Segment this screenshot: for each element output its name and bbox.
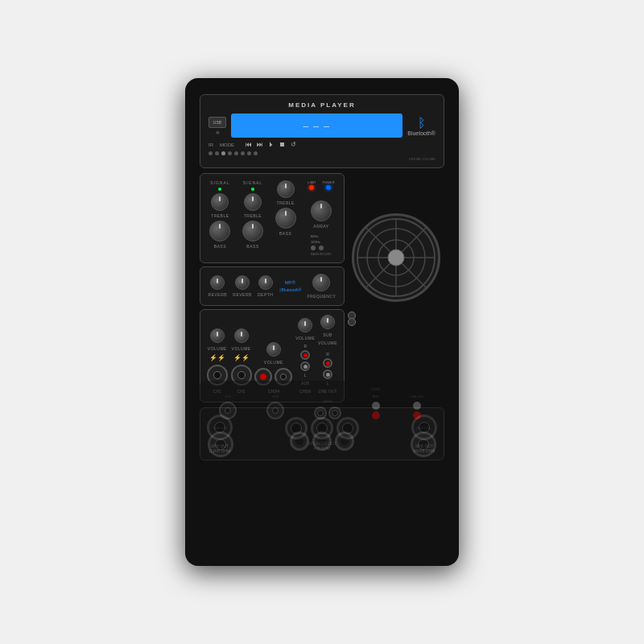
mirror-lineout-r <box>413 411 421 419</box>
signal-label-ch1: SIGNAL <box>210 180 229 185</box>
signal-label-ch2: SIGNAL <box>243 180 262 185</box>
bass-label-ch2: BASS <box>246 244 258 249</box>
depth-label: DEPTH <box>258 292 273 297</box>
array-knob[interactable] <box>311 200 332 221</box>
lcd-display: — — — <box>231 114 402 138</box>
fan-svg <box>354 216 438 299</box>
vol-knob-ch56[interactable] <box>298 318 312 332</box>
lineout-l[interactable] <box>323 369 332 379</box>
svg-point-7 <box>388 250 404 266</box>
mirror-spk-r <box>411 431 436 457</box>
reverb-label-ch1: REVERB <box>208 292 228 297</box>
treble-section: SIGNAL TREBLE BASS SIGNAL TREBLE <box>200 173 345 263</box>
reverb-knob-ch2[interactable] <box>235 275 250 290</box>
mirror-spk-l <box>208 431 233 457</box>
sub-vol-label: SUB <box>323 332 332 337</box>
ch2-treble-channel: SIGNAL TREBLE BASS <box>242 180 263 256</box>
mirror-spk-c1 <box>290 432 309 452</box>
bass-knob-ch1[interactable] <box>209 221 230 242</box>
phantom-icon-2: ⚡⚡ <box>233 354 250 361</box>
play-button[interactable]: ⏵ <box>268 141 275 148</box>
bass-switch-1[interactable] <box>311 246 316 250</box>
mirror-section: SPK OUT SPK OUT CH1 CH2 <box>200 381 444 465</box>
treble-label-ch2: TREBLE <box>244 213 262 218</box>
repeat-button[interactable]: ↺ <box>291 141 296 148</box>
mirror-lineout-l <box>413 402 421 410</box>
signal-led-ch2 <box>251 188 254 191</box>
mode-label: MODE <box>220 142 234 147</box>
power-led <box>326 185 331 190</box>
bass-knob-ch2[interactable] <box>242 221 263 242</box>
bass-boost-section: 80Hz 100Hz BASS BOOST <box>311 234 332 256</box>
usb-slot[interactable]: USB <box>208 117 226 128</box>
media-player-section: MEDIA PLAYER USB ▣ — — — ᛒ Bluetooth® IR… <box>200 94 444 168</box>
lineout-r[interactable] <box>323 358 332 368</box>
mirror-ch2 <box>266 402 284 419</box>
vol-knob-ch1[interactable] <box>210 328 225 343</box>
ch3-treble-channel: TREBLE BASS <box>275 180 296 256</box>
aux-l[interactable] <box>300 361 310 371</box>
bt-label: ᛒBluetooth® <box>279 287 302 292</box>
mirror-ch1 <box>219 402 237 419</box>
mirror-aux-l <box>372 402 380 410</box>
reverb-ch2: REVERB <box>233 275 252 297</box>
bass-label-ch3: BASS <box>279 231 291 236</box>
bluetooth-indicator: ᛒ Bluetooth® <box>407 116 436 136</box>
reverb-knob-ch1[interactable] <box>210 275 225 290</box>
frequency-ch: FREQUENCY <box>308 274 336 299</box>
mirror-spk-c2 <box>312 432 332 452</box>
array-label: ARRAY <box>313 224 328 229</box>
bass-knob-ch3[interactable] <box>275 208 296 229</box>
vol-knob-ch34[interactable] <box>266 342 281 357</box>
treble-knob-ch1[interactable] <box>211 193 229 211</box>
sub-vol-label2: VOLUME <box>318 341 337 345</box>
mixer-device: MEDIA PLAYER USB ▣ — — — ᛒ Bluetooth® IR… <box>185 78 459 566</box>
depth-knob[interactable] <box>258 275 273 290</box>
treble-knob-ch2[interactable] <box>244 193 262 211</box>
mirror-aux-r <box>372 411 380 419</box>
treble-label-ch3: TREBLE <box>276 200 294 205</box>
reverb-section: REVERB REVERB DEPTH MP® ᛒBluetooth® <box>200 266 345 306</box>
phantom-icon: ⚡⚡ <box>209 354 225 361</box>
frequency-label: FREQUENCY <box>308 294 336 299</box>
vol-label-ch1: VOLUME <box>208 346 227 351</box>
sd-slot[interactable]: ▣ <box>216 130 220 134</box>
vol-label-ch34: VOLUME <box>264 360 283 365</box>
treble-knob-ch3[interactable] <box>277 180 295 198</box>
mirror-ch34-1 <box>314 407 327 419</box>
ir-label: IR <box>208 142 213 147</box>
ch1-treble-channel: SIGNAL TREBLE BASS <box>209 180 230 256</box>
sub-vol-knob[interactable] <box>320 315 335 329</box>
vol-label-ch2: VOLUME <box>232 346 251 351</box>
limit-power-section: LIMIT POWER ARRAY 80Hz <box>308 180 334 256</box>
vol-knob-ch2[interactable] <box>234 328 249 343</box>
signal-led-ch1 <box>218 188 221 191</box>
limit-led <box>309 185 314 190</box>
aux-r[interactable] <box>300 350 310 360</box>
screw-br <box>348 318 356 326</box>
treble-label-ch1: TREBLE <box>211 213 229 218</box>
vol-label-ch56: VOLUME <box>295 336 315 341</box>
media-player-title: MEDIA PLAYER <box>208 101 436 109</box>
prev-button[interactable]: ⏮ <box>246 141 252 148</box>
reverb-label-ch2: REVERB <box>233 292 252 297</box>
mirror-spk-c3 <box>335 432 354 452</box>
mp-label: MP® <box>285 280 295 285</box>
next-button[interactable]: ⏭ <box>257 141 263 148</box>
frequency-knob[interactable] <box>312 274 330 291</box>
mp-bluetooth-section: MP® ᛒBluetooth® <box>279 280 302 292</box>
depth-ch: DEPTH <box>258 275 273 297</box>
mirror-ch34-2 <box>328 407 341 419</box>
bass-switch-2[interactable] <box>319 246 324 250</box>
fan-grill <box>352 213 440 302</box>
bass-label-ch1: BASS <box>214 244 226 249</box>
stop-button[interactable]: ⏹ <box>279 141 286 148</box>
fan-area <box>348 173 444 402</box>
reverb-ch1: REVERB <box>208 275 228 297</box>
